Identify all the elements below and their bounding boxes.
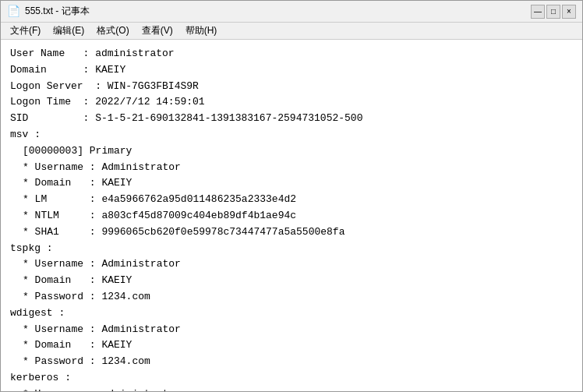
text-line: * Username : Administrator — [10, 322, 573, 338]
text-line: Logon Server : WIN-7GG3FBI4S9R — [10, 79, 573, 95]
notepad-window: 📄 555.txt - 记事本 — □ × 文件(F) 编辑(E) 格式(O) … — [0, 0, 583, 392]
text-line: * Username : administrator — [10, 387, 573, 391]
text-line: kerberos : — [10, 370, 573, 387]
text-line: * Username : Administrator — [10, 160, 573, 176]
window-controls: — □ × — [531, 5, 576, 19]
app-icon: 📄 — [7, 5, 20, 18]
menu-edit[interactable]: 编辑(E) — [47, 23, 90, 39]
text-line: * Domain : KAEIY — [10, 337, 573, 354]
close-button[interactable]: × — [562, 5, 576, 19]
text-line: * Domain : KAEIY — [10, 175, 573, 192]
menu-format[interactable]: 格式(O) — [90, 23, 135, 39]
minimize-button[interactable]: — — [531, 5, 545, 19]
text-line: * SHA1 : 9996065cb620f0e59978c73447477a5… — [10, 224, 573, 241]
text-line: SID : S-1-5-21-690132841-1391383167-2594… — [10, 111, 573, 127]
menu-bar: 文件(F) 编辑(E) 格式(O) 查看(V) 帮助(H) — [1, 23, 582, 40]
title-bar-left: 📄 555.txt - 记事本 — [7, 5, 90, 18]
menu-help[interactable]: 帮助(H) — [179, 23, 224, 39]
text-line: wdigest : — [10, 305, 573, 322]
text-line: Logon Time : 2022/7/12 14:59:01 — [10, 94, 573, 111]
text-line: User Name : administrator — [10, 46, 573, 62]
text-line: msv : — [10, 127, 573, 143]
text-line: tspkg : — [10, 241, 573, 257]
text-line: * LM : e4a5966762a95d011486235a2333e4d2 — [10, 192, 573, 208]
text-line: * Domain : KAEIY — [10, 273, 573, 289]
text-content[interactable]: User Name : administratorDomain : KAEIYL… — [1, 40, 582, 391]
menu-view[interactable]: 查看(V) — [136, 23, 179, 39]
window-title: 555.txt - 记事本 — [25, 5, 90, 18]
maximize-button[interactable]: □ — [546, 5, 560, 19]
text-line: * Username : Administrator — [10, 256, 573, 273]
title-bar: 📄 555.txt - 记事本 — □ × — [1, 1, 582, 23]
text-line: * Password : 1234.com — [10, 289, 573, 305]
text-line: Domain : KAEIY — [10, 62, 573, 79]
menu-file[interactable]: 文件(F) — [4, 23, 47, 39]
text-line: [00000003] Primary — [10, 143, 573, 160]
text-line: * Password : 1234.com — [10, 354, 573, 370]
text-line: * NTLM : a803cf45d87009c404eb89df4b1ae94… — [10, 208, 573, 224]
